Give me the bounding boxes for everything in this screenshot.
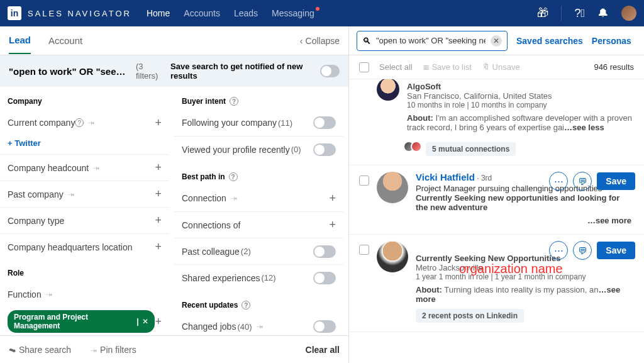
function-chip[interactable]: Program and Project Management|✕ [8, 310, 155, 333]
filter-changed-jobs[interactable]: Changed jobs(40)📌︎ [174, 313, 343, 335]
message-icon[interactable]: 💬︎ [573, 172, 592, 191]
filter-company-type[interactable]: Company type+ [0, 207, 169, 233]
plus-icon[interactable]: + [329, 218, 336, 232]
save-search-toggle[interactable] [320, 65, 340, 77]
plus-icon[interactable]: + [155, 116, 162, 130]
mutual-connections[interactable]: 5 mutual connections [426, 142, 516, 156]
filter-company-hq[interactable]: Company headquarters location+ [0, 233, 169, 260]
pin-icon[interactable]: 📌︎ [253, 321, 265, 332]
filter-connection[interactable]: Connection📌︎+ [174, 185, 343, 211]
personas[interactable]: Personas [592, 36, 631, 46]
select-all-label: Select all [379, 62, 413, 72]
filter-following-company[interactable]: Following your company(11) [174, 109, 343, 136]
collapse-button[interactable]: ‹Collapse [300, 36, 340, 46]
select-checkbox[interactable] [359, 176, 369, 186]
help-icon[interactable]: ? [242, 301, 250, 310]
filter-current-company[interactable]: Current company?📌︎+ [0, 109, 169, 136]
save-button[interactable]: Save [597, 242, 635, 259]
lead-company[interactable]: AlgoSoft [407, 82, 634, 91]
filter-past-colleague[interactable]: Past colleague(2) [174, 238, 343, 264]
query-bar: "open to work" OR "seeking ne... (3 filt… [0, 55, 348, 87]
toggle[interactable] [313, 116, 336, 129]
gift-icon[interactable]: 🎁︎ [537, 7, 548, 20]
filter-shared-experiences[interactable]: Shared experiences(12) [174, 264, 343, 291]
about-label: About: [407, 113, 433, 123]
nav-accounts[interactable]: Accounts [184, 8, 220, 18]
nav-messaging[interactable]: Messaging [272, 8, 314, 18]
filter-count: (2) [241, 247, 251, 256]
see-less[interactable]: …see less [564, 123, 604, 132]
save-to-list[interactable]: ≣ Save to list [423, 62, 472, 72]
nav-leads[interactable]: Leads [234, 8, 258, 18]
help-icon[interactable]: ? [75, 118, 84, 127]
clear-search-icon[interactable]: ✕ [491, 35, 502, 47]
lead-avatar[interactable] [377, 241, 408, 272]
results-panel: 🔍︎ "open to work" OR "seeking new opp ✕ … [349, 26, 644, 363]
pin-icon[interactable]: 📌︎ [228, 193, 240, 204]
plus-icon[interactable]: + [329, 192, 336, 205]
plus-icon[interactable]: + [155, 187, 162, 201]
help-icon[interactable]: ? [229, 172, 238, 181]
section-label: Buyer intent [182, 97, 226, 106]
filter-label: Connection [182, 193, 226, 203]
tab-lead[interactable]: Lead [9, 27, 31, 54]
filter-connections-of[interactable]: Connections of+ [174, 211, 343, 238]
chevron-left-icon: ‹ [300, 36, 303, 46]
add-twitter[interactable]: + Twitter [0, 136, 169, 154]
filter-past-company[interactable]: Past company📌︎+ [0, 181, 169, 207]
toggle[interactable] [313, 320, 336, 333]
pin-icon[interactable]: 📌︎ [43, 289, 55, 300]
search-value: "open to work" OR "seeking new opp [376, 36, 486, 45]
see-more[interactable]: …see more [587, 216, 631, 225]
bell-icon[interactable]: 🔔︎ [597, 7, 609, 20]
clear-all[interactable]: Clear all [306, 345, 340, 355]
pin-filters[interactable]: 📌︎ Pin filters [86, 345, 136, 355]
nav-home[interactable]: Home [147, 8, 170, 18]
saved-searches[interactable]: Saved searches [516, 36, 583, 46]
toggle[interactable] [313, 245, 336, 258]
chip-remove[interactable]: ✕ [142, 317, 148, 326]
main-content: Lead Account ‹Collapse "open to work" OR… [0, 26, 644, 363]
linkedin-logo: in [8, 6, 21, 20]
recent-posts[interactable]: 2 recent posts on Linkedin [416, 309, 524, 323]
section-best-path: Best path in? [174, 169, 343, 185]
plus-icon[interactable]: + [155, 214, 162, 227]
filters-col-left: Company Current company?📌︎+ + Twitter Co… [0, 87, 174, 335]
more-menu-icon[interactable]: ⋯ [549, 172, 568, 191]
select-checkbox[interactable] [359, 245, 369, 255]
lead-avatar[interactable] [377, 172, 408, 203]
query-text: "open to work" OR "seeking ne... [9, 66, 128, 77]
select-all-checkbox[interactable] [359, 62, 369, 72]
toggle[interactable] [313, 272, 336, 284]
toggle[interactable] [313, 143, 336, 156]
pin-icon[interactable]: 📌︎ [65, 188, 77, 199]
help-icon[interactable]: ?⃝ [574, 7, 585, 20]
filter-label: Past colleague [182, 247, 240, 257]
app-header: in SALES NAVIGATOR Home Accounts Leads M… [0, 0, 644, 26]
lead-about: About: I'm an accomplished software deve… [407, 113, 634, 132]
plus-icon[interactable]: + [155, 161, 162, 174]
more-menu-icon[interactable]: ⋯ [549, 241, 568, 260]
lead-seeking: Currently Seeking new opportunities and … [416, 193, 634, 212]
pin-icon[interactable]: 📌︎ [86, 117, 97, 128]
search-box[interactable]: 🔍︎ "open to work" OR "seeking new opp ✕ [357, 31, 508, 51]
filter-label: Company headquarters location [8, 242, 132, 252]
pin-icon[interactable]: 📌︎ [91, 162, 102, 173]
plus-icon[interactable]: + [155, 240, 162, 254]
share-search[interactable]: ➦ Share search [9, 345, 71, 355]
about-text: Turning ideas into reality is my passion… [442, 285, 599, 294]
plus-icon[interactable]: + [155, 315, 162, 328]
message-icon[interactable]: 💬︎ [573, 241, 592, 260]
lead-avatar[interactable] [377, 79, 399, 101]
save-button[interactable]: Save [597, 172, 635, 190]
user-avatar[interactable] [621, 6, 636, 21]
help-icon[interactable]: ? [230, 97, 238, 106]
filter-viewed-profile[interactable]: Viewed your profile recently(0) [174, 136, 343, 162]
product-name: SALES NAVIGATOR [28, 9, 131, 18]
filter-company-headcount[interactable]: Company headcount📌︎+ [0, 154, 169, 181]
header-right: 🎁︎ ?⃝ 🔔︎ [537, 6, 636, 21]
tab-account[interactable]: Account [48, 28, 82, 53]
unsave[interactable]: 🔖︎ Unsave [482, 62, 520, 72]
filter-function[interactable]: Function📌︎ [0, 281, 169, 308]
lead-name[interactable]: Vicki Hatfield [416, 172, 475, 182]
